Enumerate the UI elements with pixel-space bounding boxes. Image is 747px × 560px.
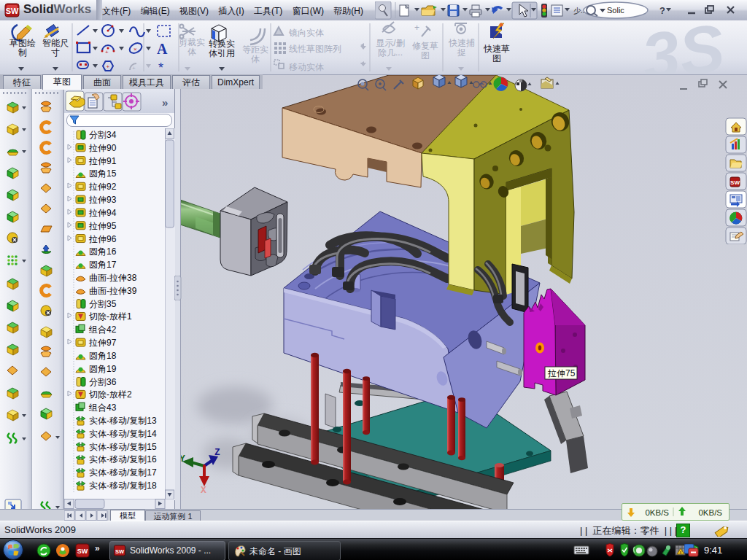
svg-text:拉伸90: 拉伸90 <box>88 143 117 153</box>
svg-text:SW: SW <box>730 179 740 186</box>
svg-text:0KB/S: 0KB/S <box>645 508 669 517</box>
svg-text:圆角17: 圆角17 <box>89 260 117 270</box>
svg-text:组合43: 组合43 <box>88 402 117 413</box>
svg-text:Y: Y <box>180 454 185 464</box>
svg-text:拉伸94: 拉伸94 <box>88 208 117 218</box>
svg-text:分割36: 分割36 <box>89 377 117 387</box>
svg-text:圆角16: 圆角16 <box>89 246 117 257</box>
svg-text:拉伸91: 拉伸91 <box>88 156 117 166</box>
svg-text:+: + <box>105 49 109 55</box>
svg-text:圆角18: 圆角18 <box>89 351 117 361</box>
svg-text:Z: Z <box>214 447 220 458</box>
svg-text:+: + <box>414 23 419 33</box>
svg-text:曲面-拉伸39: 曲面-拉伸39 <box>89 286 137 296</box>
svg-text:实体-移动/复制15: 实体-移动/复制15 <box>89 442 157 452</box>
svg-text:曲面-拉伸38: 曲面-拉伸38 <box>89 273 137 283</box>
svg-text:圆角19: 圆角19 <box>89 364 117 374</box>
svg-text:实体-移动/复制13: 实体-移动/复制13 <box>89 416 157 426</box>
svg-text:拉伸95: 拉伸95 <box>88 221 117 231</box>
svg-text:实体-移动/复制18: 实体-移动/复制18 <box>89 481 157 491</box>
svg-text:×: × <box>133 46 137 52</box>
svg-text:实体-移动/复制16: 实体-移动/复制16 <box>89 454 157 464</box>
svg-text:0KB/S: 0KB/S <box>698 508 722 517</box>
svg-text:+: + <box>107 63 110 70</box>
svg-text:拉伸75: 拉伸75 <box>547 368 576 378</box>
svg-text:SW: SW <box>115 548 125 555</box>
svg-text:*: * <box>158 61 163 74</box>
svg-text:»: » <box>162 96 168 109</box>
svg-text:拉伸92: 拉伸92 <box>88 182 117 192</box>
svg-text:X: X <box>201 485 206 496</box>
svg-text:拉伸93: 拉伸93 <box>88 195 117 205</box>
svg-text:少..: 少.. <box>573 7 585 15</box>
svg-text:!: ! <box>680 551 681 555</box>
svg-text:»: » <box>95 543 100 553</box>
svg-text:A: A <box>157 41 168 57</box>
svg-text:分割35: 分割35 <box>89 299 117 309</box>
svg-text:SW: SW <box>6 7 19 15</box>
svg-text:实体-移动/复制14: 实体-移动/复制14 <box>89 429 157 439</box>
svg-text:拉伸97: 拉伸97 <box>88 338 117 348</box>
svg-text:拉伸96: 拉伸96 <box>88 234 117 244</box>
svg-text:实体-移动/复制17: 实体-移动/复制17 <box>89 467 157 478</box>
svg-text:SW: SW <box>77 548 88 555</box>
svg-text:分割34: 分割34 <box>89 130 117 140</box>
svg-text:圆角15: 圆角15 <box>89 168 117 179</box>
svg-text:+: + <box>132 65 136 71</box>
svg-text:切除-放样2: 切除-放样2 <box>88 389 132 400</box>
svg-text:切除-放样1: 切除-放样1 <box>88 311 132 322</box>
svg-text:Solic: Solic <box>607 6 624 15</box>
svg-text:组合42: 组合42 <box>88 324 117 335</box>
